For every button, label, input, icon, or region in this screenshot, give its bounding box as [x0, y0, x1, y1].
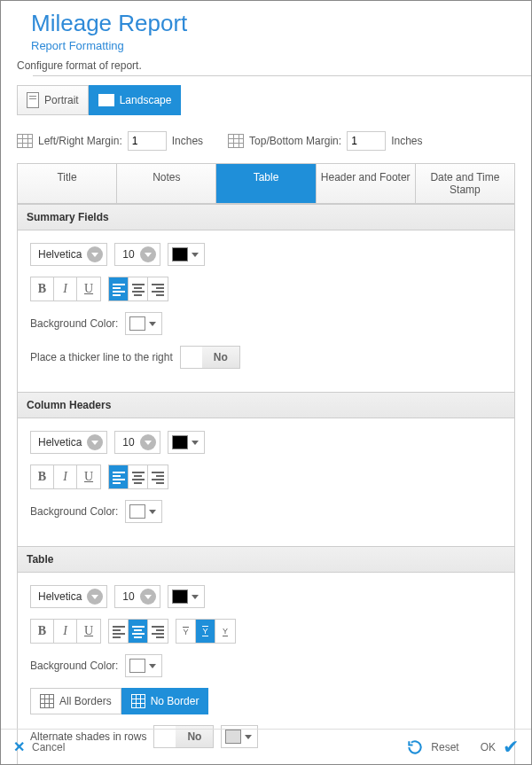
toggle-no-label: No [202, 347, 239, 368]
align-left-button[interactable] [109, 620, 129, 643]
lr-margin-input[interactable] [128, 131, 167, 151]
table-bg-label: Background Color: [30, 660, 118, 672]
tb-margin-label: Top/Bottom Margin: [249, 135, 341, 147]
columns-size-select[interactable]: 10 [114, 431, 160, 454]
italic-button[interactable]: I [54, 620, 77, 643]
tab-date-time[interactable]: Date and Time Stamp [416, 164, 514, 203]
summary-thicker-label: Place a thicker line to the right [30, 351, 173, 363]
italic-button[interactable]: I [54, 465, 77, 488]
columns-size-value: 10 [122, 436, 134, 449]
underline-button[interactable]: U [77, 277, 100, 301]
table-valign-group: Y Y Y [176, 619, 236, 644]
underline-button[interactable]: U [77, 620, 100, 643]
align-right-button[interactable] [148, 620, 168, 643]
columns-align-group [108, 464, 168, 489]
grid-icon [131, 694, 145, 708]
table-halign-group [108, 619, 168, 644]
table-size-select[interactable]: 10 [114, 585, 160, 608]
table-font-select[interactable]: Helvetica [30, 585, 107, 608]
panel-column-headers: Column Headers Helvetica 10 [18, 392, 514, 546]
chevron-down-icon [149, 322, 156, 326]
table-bg-color-button[interactable] [125, 654, 162, 677]
tb-margin-units: Inches [391, 135, 422, 147]
tab-bar: Title Notes Table Header and Footer Date… [17, 163, 515, 204]
summary-bg-color-button[interactable] [125, 312, 162, 335]
summary-style-group: B I U [30, 277, 101, 301]
divider [33, 75, 531, 76]
lr-margin-icon [17, 134, 33, 148]
ok-button[interactable]: OK [481, 741, 496, 753]
bold-button[interactable]: B [31, 620, 54, 643]
summary-text-color-button[interactable] [168, 243, 205, 266]
chevron-down-icon [192, 253, 199, 257]
panel-summary-head: Summary Fields [18, 204, 514, 230]
cancel-button[interactable]: Cancel [32, 741, 65, 753]
underline-button[interactable]: U [77, 465, 100, 488]
summary-font-value: Helvetica [38, 248, 82, 261]
all-borders-button[interactable]: All Borders [30, 688, 121, 714]
chevron-down-icon [140, 246, 156, 262]
panel-table-head: Table [18, 546, 514, 573]
align-right-button[interactable] [148, 277, 168, 301]
tab-title[interactable]: Title [18, 164, 117, 203]
all-borders-label: All Borders [59, 695, 112, 707]
color-swatch-icon [129, 659, 145, 673]
chevron-down-icon [149, 664, 156, 668]
table-style-group: B I U [30, 619, 101, 644]
columns-bg-label: Background Color: [30, 505, 118, 518]
table-font-value: Helvetica [38, 590, 82, 603]
tb-margin-icon [228, 134, 244, 148]
margin-row: Left/Right Margin: Inches Top/Bottom Mar… [17, 131, 515, 151]
instruction-text: Configure format of report. [17, 59, 515, 72]
summary-font-select[interactable]: Helvetica [30, 243, 107, 266]
align-center-button[interactable] [129, 620, 148, 643]
bold-button[interactable]: B [31, 465, 54, 488]
chevron-down-icon [140, 434, 156, 450]
dialog-footer: ✕ Cancel Reset OK ✔ [1, 729, 531, 764]
bold-button[interactable]: B [31, 277, 54, 301]
portrait-icon [27, 92, 39, 108]
color-swatch-icon [129, 316, 145, 331]
close-icon[interactable]: ✕ [13, 738, 25, 755]
landscape-icon [98, 94, 114, 106]
chevron-down-icon [87, 434, 103, 450]
summary-align-group [108, 277, 168, 301]
tab-header-footer[interactable]: Header and Footer [317, 164, 416, 203]
lr-margin-label: Left/Right Margin: [38, 135, 122, 147]
tab-table[interactable]: Table [216, 164, 316, 203]
columns-font-select[interactable]: Helvetica [30, 431, 107, 454]
color-swatch-icon [172, 589, 188, 604]
color-swatch-icon [172, 247, 188, 262]
color-swatch-icon [129, 504, 145, 519]
no-border-button[interactable]: No Border [121, 688, 209, 714]
align-center-button[interactable] [129, 465, 148, 488]
chevron-down-icon [192, 441, 199, 445]
columns-text-color-button[interactable] [168, 431, 205, 454]
align-right-button[interactable] [148, 465, 168, 488]
table-text-color-button[interactable] [168, 585, 205, 608]
color-swatch-icon [172, 435, 188, 449]
valign-bottom-button[interactable]: Y [215, 620, 235, 643]
align-center-button[interactable] [129, 277, 148, 301]
portrait-label: Portrait [44, 94, 79, 106]
valign-top-button[interactable]: Y [176, 620, 196, 643]
tab-notes[interactable]: Notes [117, 164, 216, 203]
valign-middle-button[interactable]: Y [196, 620, 215, 643]
orientation-group: Portrait Landscape [17, 85, 515, 115]
italic-button[interactable]: I [54, 277, 77, 301]
reset-icon[interactable] [406, 738, 424, 756]
align-left-button[interactable] [109, 277, 129, 301]
panel-columns-head: Column Headers [18, 392, 514, 418]
reset-button[interactable]: Reset [431, 741, 458, 753]
lr-margin-units: Inches [172, 135, 203, 147]
page-subtitle: Report Formatting [31, 39, 513, 52]
check-icon[interactable]: ✔ [503, 736, 519, 759]
align-left-button[interactable] [109, 465, 129, 488]
chevron-down-icon [192, 595, 199, 599]
landscape-button[interactable]: Landscape [89, 85, 182, 115]
tb-margin-input[interactable] [347, 131, 386, 151]
summary-size-select[interactable]: 10 [114, 243, 160, 266]
summary-thicker-toggle[interactable]: No [180, 346, 240, 369]
portrait-button[interactable]: Portrait [17, 85, 89, 115]
columns-bg-color-button[interactable] [125, 500, 162, 523]
